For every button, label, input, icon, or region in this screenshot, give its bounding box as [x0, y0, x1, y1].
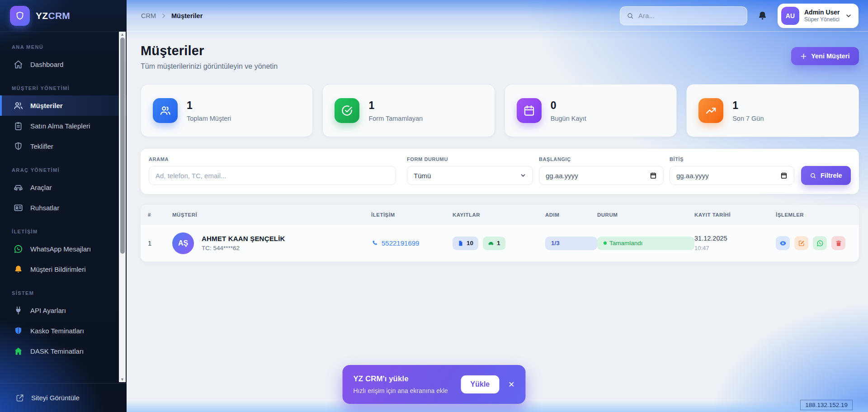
customers-table: # MÜŞTERİ İLETİŞİM KAYITLAR ADIM DURUM K…	[141, 205, 859, 262]
edit-button[interactable]	[794, 236, 808, 250]
install-toast: YZ CRM'ı yükle Hızlı erişim için ana ekr…	[343, 365, 526, 404]
end-date-label: BİTİŞ	[670, 156, 794, 162]
section-ana-menu: ANA MENÜ	[0, 44, 127, 50]
sidebar-item-satin-alma-talepleri[interactable]: Satın Alma Talepleri	[0, 116, 127, 136]
external-link-icon	[15, 393, 24, 403]
search-icon	[810, 172, 816, 179]
col-index: #	[148, 212, 172, 218]
scrollbar-down-arrow-icon[interactable]: ▼	[119, 377, 126, 382]
car-icon	[488, 240, 494, 246]
filter-button[interactable]: Filtrele	[801, 166, 851, 185]
sidebar-item-whatsapp-mesajlari[interactable]: WhatsApp Mesajları	[0, 239, 127, 259]
page-title: Müşteriler	[141, 43, 278, 58]
user-name: Admin User	[804, 9, 840, 17]
sidebar-item-api-ayarlari[interactable]: API Ayarları	[0, 300, 127, 321]
section-arac-yonetimi: ARAÇ YÖNETİMİ	[0, 167, 127, 173]
clipboard-icon	[14, 121, 23, 131]
col-actions: İŞLEMLER	[776, 212, 852, 218]
stat-value: 0	[551, 99, 586, 112]
app-logo[interactable]: YZCRM	[0, 0, 127, 32]
col-customer: MÜŞTERİ	[172, 212, 371, 218]
whatsapp-button[interactable]	[813, 236, 827, 250]
install-button[interactable]: Yükle	[461, 375, 500, 393]
shield-blue-icon	[14, 326, 23, 336]
sidebar-view-site-link[interactable]: Siteyi Görüntüle	[0, 383, 127, 412]
sidebar-item-dashboard[interactable]: Dashboard	[0, 54, 127, 75]
sidebar-item-dask-teminatlari[interactable]: DASK Teminatları	[0, 341, 127, 361]
trash-icon	[835, 240, 842, 247]
form-status-label: FORM DURUMU	[407, 156, 533, 162]
shield-icon	[14, 142, 23, 151]
user-menu[interactable]: AU Admin User Süper Yönetici	[778, 4, 859, 28]
customer-name: AHMET KAAN ŞENÇELİK	[202, 235, 285, 242]
table-row[interactable]: 1 AŞ AHMET KAAN ŞENÇELİK TC: 544****62 5…	[141, 225, 859, 262]
sidebar-menu: ANA MENÜ Dashboard MÜŞTERİ YÖNETİMİ Müşt…	[0, 32, 127, 383]
calendar-icon[interactable]	[780, 172, 788, 179]
search-filter-label: ARAMA	[149, 156, 396, 162]
start-date-label: BAŞLANGIÇ	[539, 156, 664, 162]
scrollbar-thumb[interactable]	[120, 38, 125, 254]
scrollbar-up-arrow-icon[interactable]: ▲	[119, 32, 126, 37]
notifications-bell-icon[interactable]	[757, 10, 768, 21]
chevron-down-icon	[520, 172, 526, 179]
sidebar-item-musteri-bildirimleri[interactable]: Müşteri Bildirimleri	[0, 259, 127, 279]
sidebar-scrollbar[interactable]: ▲ ▼	[119, 32, 126, 382]
form-status-select[interactable]: Tümü	[407, 166, 533, 185]
col-date: KAYIT TARİHİ	[694, 212, 776, 218]
id-card-icon	[14, 203, 23, 213]
sidebar-item-ruhsatlar[interactable]: Ruhsatlar	[0, 198, 127, 218]
breadcrumb-root[interactable]: CRM	[141, 12, 156, 19]
calendar-icon[interactable]	[650, 172, 657, 179]
home-green-icon	[14, 346, 23, 356]
section-sistem: SİSTEM	[0, 290, 127, 296]
breadcrumb: CRM Müşteriler	[141, 12, 203, 19]
search-input[interactable]	[638, 12, 741, 19]
bell-icon	[14, 265, 23, 274]
section-musteri-yonetimi: MÜŞTERİ YÖNETİMİ	[0, 85, 127, 91]
record-date: 31.12.2025	[694, 235, 776, 242]
new-customer-button[interactable]: Yeni Müşteri	[791, 47, 859, 65]
vehicles-badge: 1	[483, 237, 505, 250]
stat-total-customers: 1 Toplam Müşteri	[141, 84, 313, 137]
documents-badge: 10	[453, 237, 478, 250]
stat-today-registered: 0 Bugün Kayıt	[505, 84, 677, 137]
customer-tc: TC: 544****62	[202, 245, 285, 251]
sidebar-item-kasko-teminatlari[interactable]: Kasko Teminatları	[0, 321, 127, 341]
start-date-input[interactable]: gg.aa.yyyy	[539, 166, 664, 185]
status-dot	[604, 242, 607, 245]
phone-icon	[371, 240, 378, 246]
user-role: Süper Yönetici	[804, 16, 840, 23]
whatsapp-icon	[14, 244, 23, 254]
eye-icon	[779, 240, 787, 247]
home-icon	[14, 60, 23, 69]
section-iletisim: İLETİŞİM	[0, 229, 127, 234]
end-date-input[interactable]: gg.aa.yyyy	[670, 166, 794, 185]
edit-pencil-icon	[798, 240, 805, 247]
users-stat-icon	[153, 98, 178, 123]
sidebar-item-musteriler[interactable]: Müşteriler	[0, 95, 127, 116]
col-contact: İLETİŞİM	[371, 212, 453, 218]
search-icon	[627, 12, 634, 20]
breadcrumb-current: Müşteriler	[171, 12, 203, 19]
document-icon	[458, 240, 464, 246]
step-badge: 1/3	[545, 237, 597, 250]
sidebar-item-araclar[interactable]: Araçlar	[0, 177, 127, 198]
topbar: CRM Müşteriler AU Admin User Süper Yönet…	[127, 0, 868, 32]
customer-search-input[interactable]	[149, 166, 396, 185]
phone-link[interactable]: 5522191699	[371, 239, 453, 247]
delete-button[interactable]	[831, 236, 845, 250]
calendar-stat-icon	[517, 98, 542, 123]
stat-label: Toplam Müşteri	[187, 115, 231, 122]
toast-title: YZ CRM'ı yükle	[354, 374, 448, 384]
close-icon[interactable]: ✕	[506, 379, 516, 390]
app-title: YZCRM	[36, 10, 70, 21]
chevron-right-icon	[160, 13, 167, 19]
stat-value: 1	[187, 99, 231, 112]
main-area: CRM Müşteriler AU Admin User Süper Yönet…	[127, 0, 868, 412]
customer-avatar: AŞ	[172, 232, 194, 254]
chevron-down-icon	[845, 12, 852, 19]
sidebar-item-teklifler[interactable]: Teklifler	[0, 136, 127, 156]
stat-value: 1	[368, 99, 423, 112]
view-button[interactable]	[776, 236, 790, 250]
stat-label: Form Tamamlayan	[368, 115, 423, 122]
